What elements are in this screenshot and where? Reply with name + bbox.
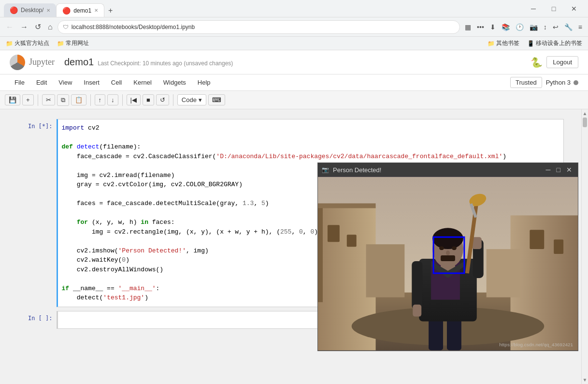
svg-rect-17 [412,261,422,310]
save-button[interactable]: 💾 [5,94,20,105]
menu-widgets[interactable]: Widgets [158,77,191,88]
maximize-button[interactable]: □ [544,1,564,16]
person-window-titlebar: 📷 Person Detected! ─ □ ✕ [318,163,578,177]
header-right: 🐍 Logout [531,56,578,68]
scroll-track[interactable] [582,118,588,376]
close-button[interactable]: ✕ [564,1,584,16]
tab-close-desktop[interactable]: ✕ [46,8,50,13]
svg-rect-8 [530,230,544,249]
paste-button[interactable]: 📋 [71,94,86,105]
person-window-close[interactable]: ✕ [564,166,574,174]
bookmark-common[interactable]: 📁 常用网址 [55,38,91,48]
scroll-thumb[interactable] [583,118,587,127]
jupyter-header: Jupyter demo1 Last Checkpoint: 10 minute… [0,50,588,74]
person-window-maximize[interactable]: □ [555,166,562,174]
stop-button[interactable]: ■ [143,94,154,105]
bookmarks-button[interactable]: 📚 [500,21,512,33]
svg-rect-3 [318,206,323,302]
toolbar-separator-2 [90,94,91,106]
svg-text:https://blog.csdn.net/qq_43692: https://blog.csdn.net/qq_43692421 [499,342,573,347]
bookmark-other[interactable]: 📁 其他书签 [486,38,521,48]
jupyter-toolbar: 💾 + ✂ ⧉ 📋 ↑ ↓ |◀ ■ ↺ Code ▾ ⌨ [0,91,588,109]
python-logo-icon: 🐍 [531,57,543,68]
person-window-minimize[interactable]: ─ [544,166,553,174]
svg-rect-11 [487,249,520,297]
back-button[interactable]: ← [4,21,15,33]
refresh-button[interactable]: ↺ [33,20,43,33]
person-detected-window: 📷 Person Detected! ─ □ ✕ [317,162,578,351]
qr-button[interactable]: ▦ [463,21,473,33]
minimize-button[interactable]: ─ [523,1,544,16]
restart-button[interactable]: ↺ [156,94,169,105]
bookmark-mobile[interactable]: 📱 移动设备上的书签 [525,38,584,48]
address-text: localhost:8888/notebooks/Desktop/demo1.i… [72,24,455,30]
keyboard-button[interactable]: ⌨ [208,94,225,105]
person-window-image: https://blog.csdn.net/qq_43692421 [318,177,578,351]
move-up-button[interactable]: ↑ [95,94,106,105]
menu-insert[interactable]: Insert [79,77,104,88]
person-window-icon: 📷 [322,166,329,173]
menu-help[interactable]: Help [193,77,215,88]
jupyter-menu: File Edit View Insert Cell Kernel Widget… [0,74,588,91]
scrollbar[interactable]: ▲ ▼ [581,109,588,384]
history-button[interactable]: 🕐 [514,21,526,33]
run-prev-button[interactable]: |◀ [127,94,141,105]
jupyter-logo: Jupyter [10,55,55,70]
sync-button[interactable]: ↕ [542,21,549,33]
menu-kernel[interactable]: Kernel [129,77,157,88]
svg-rect-10 [366,244,405,297]
trusted-button[interactable]: Trusted [510,77,542,88]
toolbar-separator-3 [122,94,123,106]
menu-cell[interactable]: Cell [106,77,127,88]
browser-navbar: ← → ↺ ⌂ 🛡 localhost:8888/notebooks/Deskt… [0,17,588,37]
add-cell-button[interactable]: + [22,94,34,105]
back-action[interactable]: ↩ [551,21,560,33]
download-button[interactable]: ⬇ [488,21,498,33]
screenshot-button[interactable]: 📷 [528,21,540,33]
bookmark-common-icon: 📁 [57,40,64,47]
code-line-1: import cv2 [62,123,559,133]
menu-right: Trusted Python 3 [510,77,578,88]
bookmarks-bar: 📁 火狐官方站点 📁 常用网址 📁 其他书签 📱 移动设备上的书签 [0,37,588,50]
menu-view[interactable]: View [54,77,77,88]
home-button[interactable]: ⌂ [46,21,55,33]
plugin-button[interactable]: 🔧 [562,21,574,33]
shield-icon: 🛡 [63,24,69,30]
logout-button[interactable]: Logout [546,56,578,68]
tab-close-demo1[interactable]: ✕ [94,8,98,13]
bookmark-other-icon: 📁 [488,40,495,47]
jupyter-spinner-icon [10,55,25,70]
cell-type-arrow: ▾ [199,96,202,103]
cell-type-dropdown[interactable]: Code ▾ [177,94,206,105]
browser-titlebar: 🔴 Desktop/ ✕ 🔴 demo1 ✕ + ─ □ ✕ [0,0,588,17]
cut-button[interactable]: ✂ [42,94,55,105]
cell-2-prompt: In [ ]: [18,311,57,329]
scroll-down-arrow[interactable]: ▼ [581,376,588,384]
scene-svg: https://blog.csdn.net/qq_43692421 [318,177,578,351]
more-button[interactable]: ••• [475,21,486,33]
svg-rect-5 [347,235,357,247]
svg-point-26 [439,246,444,250]
menu-edit[interactable]: Edit [31,77,52,88]
new-tab-button[interactable]: + [104,4,116,17]
scroll-up-arrow[interactable]: ▲ [581,109,588,118]
move-down-button[interactable]: ↓ [107,94,118,105]
bookmark-common-label: 常用网址 [66,39,89,47]
menu-button[interactable]: ≡ [576,21,584,33]
tab-demo1[interactable]: 🔴 demo1 ✕ [56,3,104,17]
bookmark-firefox[interactable]: 📁 火狐官方站点 [4,38,51,48]
copy-button[interactable]: ⧉ [57,94,69,106]
tab-desktop[interactable]: 🔴 Desktop/ ✕ [4,3,56,17]
svg-rect-18 [413,305,421,317]
forward-button[interactable]: → [18,21,30,33]
tab-icon-demo1: 🔴 [62,7,71,15]
bookmark-mobile-label: 移动设备上的书签 [536,39,582,47]
address-bar[interactable]: 🛡 localhost:8888/notebooks/Desktop/demo1… [57,20,460,34]
svg-rect-29 [441,255,455,261]
notebook-name[interactable]: demo1 [64,57,94,68]
menu-file[interactable]: File [10,77,29,88]
checkpoint-text: Last Checkpoint: [98,60,141,67]
checkpoint-info: Last Checkpoint: 10 minutes ago (unsaved… [98,60,233,67]
toolbar-separator-1 [38,94,38,106]
svg-point-27 [452,246,457,250]
